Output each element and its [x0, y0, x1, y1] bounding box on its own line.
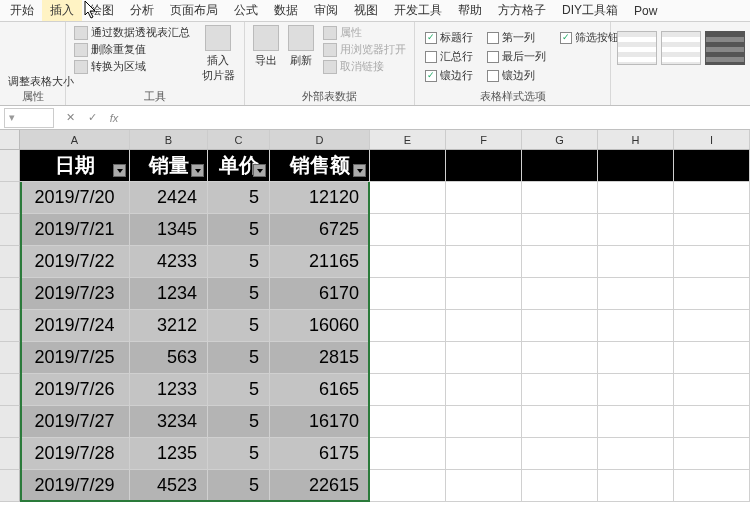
cell-date[interactable]: 2019/7/23 [20, 278, 130, 310]
empty-cell[interactable] [522, 310, 598, 342]
empty-cell[interactable] [370, 214, 446, 246]
cell-price[interactable]: 5 [208, 310, 270, 342]
col-header-D[interactable]: D [270, 130, 370, 149]
col-header-G[interactable]: G [522, 130, 598, 149]
filter-dropdown-button[interactable] [353, 164, 366, 177]
convert-range-button[interactable]: 转换为区域 [72, 59, 192, 74]
cell-date[interactable]: 2019/7/29 [20, 470, 130, 502]
tab-review[interactable]: 审阅 [306, 0, 346, 21]
empty-cell[interactable] [446, 182, 522, 214]
empty-cell[interactable] [674, 246, 750, 278]
tab-formulas[interactable]: 公式 [226, 0, 266, 21]
empty-cell[interactable] [522, 470, 598, 502]
remove-duplicates-button[interactable]: 删除重复值 [72, 42, 192, 57]
empty-cell[interactable] [370, 246, 446, 278]
col-header-F[interactable]: F [446, 130, 522, 149]
cell-qty[interactable]: 1345 [130, 214, 208, 246]
cell-price[interactable]: 5 [208, 342, 270, 374]
confirm-fx-button[interactable]: ✓ [84, 110, 100, 126]
table-styles-gallery[interactable] [617, 25, 745, 65]
empty-cell[interactable] [370, 150, 446, 182]
col-header-H[interactable]: H [598, 130, 674, 149]
cell-total[interactable]: 21165 [270, 246, 370, 278]
empty-cell[interactable] [674, 406, 750, 438]
empty-cell[interactable] [446, 374, 522, 406]
empty-cell[interactable] [522, 374, 598, 406]
pivot-summary-button[interactable]: 通过数据透视表汇总 [72, 25, 192, 40]
empty-cell[interactable] [598, 182, 674, 214]
empty-cell[interactable] [674, 310, 750, 342]
empty-cell[interactable] [674, 182, 750, 214]
table-header-cell[interactable]: 销售额 [270, 150, 370, 182]
tab-diy[interactable]: DIY工具箱 [554, 0, 626, 21]
row-header[interactable] [0, 406, 20, 438]
cell-qty[interactable]: 563 [130, 342, 208, 374]
tab-developer[interactable]: 开发工具 [386, 0, 450, 21]
tab-insert[interactable]: 插入 [42, 0, 82, 21]
row-header[interactable] [0, 310, 20, 342]
cell-qty[interactable]: 1233 [130, 374, 208, 406]
cell-price[interactable]: 5 [208, 438, 270, 470]
open-browser-button[interactable]: 用浏览器打开 [321, 42, 408, 57]
cell-total[interactable]: 16170 [270, 406, 370, 438]
row-header[interactable] [0, 150, 20, 182]
cell-qty[interactable]: 3234 [130, 406, 208, 438]
col-header-E[interactable]: E [370, 130, 446, 149]
row-header[interactable] [0, 374, 20, 406]
col-header-I[interactable]: I [674, 130, 750, 149]
refresh-button[interactable]: 刷新 [286, 25, 315, 68]
empty-cell[interactable] [598, 438, 674, 470]
cell-date[interactable]: 2019/7/21 [20, 214, 130, 246]
banded-cols-checkbox[interactable]: 镶边列 [483, 67, 550, 84]
cell-date[interactable]: 2019/7/28 [20, 438, 130, 470]
empty-cell[interactable] [674, 342, 750, 374]
empty-cell[interactable] [522, 246, 598, 278]
cell-qty[interactable]: 2424 [130, 182, 208, 214]
tab-page-layout[interactable]: 页面布局 [162, 0, 226, 21]
empty-cell[interactable] [522, 342, 598, 374]
cell-total[interactable]: 6165 [270, 374, 370, 406]
cell-date[interactable]: 2019/7/25 [20, 342, 130, 374]
total-row-checkbox[interactable]: 汇总行 [421, 48, 477, 65]
row-header[interactable] [0, 246, 20, 278]
empty-cell[interactable] [370, 182, 446, 214]
row-header[interactable] [0, 214, 20, 246]
name-box[interactable]: ▾ [4, 108, 54, 128]
cell-total[interactable]: 6725 [270, 214, 370, 246]
cell-qty[interactable]: 3212 [130, 310, 208, 342]
select-all-corner[interactable] [0, 130, 20, 149]
tab-analysis[interactable]: 分析 [122, 0, 162, 21]
export-button[interactable]: 导出 [251, 25, 280, 68]
empty-cell[interactable] [598, 278, 674, 310]
cell-price[interactable]: 5 [208, 214, 270, 246]
cell-date[interactable]: 2019/7/27 [20, 406, 130, 438]
filter-dropdown-button[interactable] [113, 164, 126, 177]
cell-total[interactable]: 6175 [270, 438, 370, 470]
cell-total[interactable]: 2815 [270, 342, 370, 374]
row-header[interactable] [0, 438, 20, 470]
empty-cell[interactable] [522, 150, 598, 182]
cell-total[interactable]: 12120 [270, 182, 370, 214]
empty-cell[interactable] [370, 438, 446, 470]
cell-qty[interactable]: 1234 [130, 278, 208, 310]
empty-cell[interactable] [522, 182, 598, 214]
first-col-checkbox[interactable]: 第一列 [483, 29, 550, 46]
tab-pow[interactable]: Pow [626, 2, 665, 20]
empty-cell[interactable] [370, 310, 446, 342]
empty-cell[interactable] [598, 374, 674, 406]
cell-price[interactable]: 5 [208, 278, 270, 310]
empty-cell[interactable] [370, 406, 446, 438]
empty-cell[interactable] [598, 246, 674, 278]
empty-cell[interactable] [674, 278, 750, 310]
empty-cell[interactable] [370, 278, 446, 310]
empty-cell[interactable] [522, 214, 598, 246]
cell-price[interactable]: 5 [208, 470, 270, 502]
empty-cell[interactable] [598, 470, 674, 502]
empty-cell[interactable] [598, 406, 674, 438]
empty-cell[interactable] [446, 406, 522, 438]
style-preview-1[interactable] [617, 31, 657, 65]
cell-date[interactable]: 2019/7/26 [20, 374, 130, 406]
filter-dropdown-button[interactable] [253, 164, 266, 177]
header-row-checkbox[interactable]: ✓标题行 [421, 29, 477, 46]
empty-cell[interactable] [370, 470, 446, 502]
